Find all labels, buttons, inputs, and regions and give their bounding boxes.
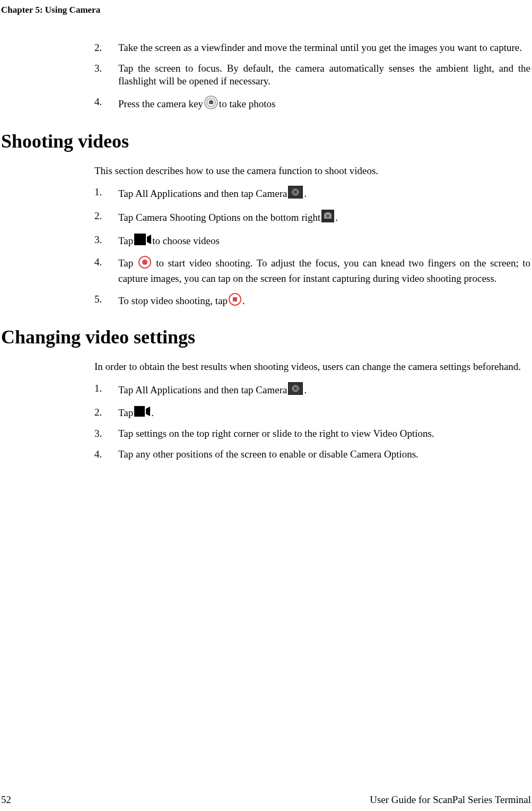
footer-guide-title: User Guide for ScanPal Series Terminal — [370, 793, 531, 807]
text-pre: Tap All Applications and then tap Camera — [118, 187, 287, 201]
item-text: Press the camera key to take photos — [118, 96, 530, 113]
item-number: 2. — [94, 41, 118, 55]
text-post: . — [335, 211, 338, 225]
list-item: 4. Tap to start video shooting. To adjus… — [94, 256, 530, 285]
item-text: Tap . — [118, 406, 530, 420]
item-number: 2. — [94, 210, 118, 226]
text-post: to take photos — [219, 98, 276, 111]
svg-rect-20 — [134, 406, 145, 417]
camera-shutter-icon — [204, 96, 218, 113]
item-number: 2. — [94, 406, 118, 420]
item-text: Tap settings on the top right corner or … — [118, 427, 530, 441]
list-item: 2. Take the screen as a viewfinder and m… — [94, 41, 530, 55]
text-pre: Tap — [118, 257, 137, 269]
item-number: 5. — [94, 293, 118, 309]
camera-app-icon — [288, 186, 303, 202]
section-heading: Changing video settings — [1, 325, 530, 350]
svg-marker-21 — [146, 407, 150, 416]
list-item: 4. Tap any other positions of the screen… — [94, 448, 530, 461]
item-text: Take the screen as a viewfinder and move… — [118, 41, 530, 55]
page-number: 52 — [1, 793, 11, 807]
svg-marker-12 — [147, 235, 151, 244]
svg-rect-11 — [134, 234, 146, 245]
text-post: . — [151, 407, 154, 420]
section-intro: This section describes how to use the ca… — [94, 165, 530, 178]
svg-point-14 — [142, 260, 147, 265]
page-footer: 52 User Guide for ScanPal Series Termina… — [0, 793, 532, 807]
item-text: Tap to choose videos — [118, 234, 530, 249]
svg-rect-3 — [210, 100, 212, 101]
list-item: 2. Tap Camera Shooting Options on the bo… — [94, 210, 530, 226]
camera-app-icon — [288, 382, 303, 399]
text-pre: Tap Camera Shooting Options on the botto… — [118, 211, 320, 225]
section-intro: In order to obtain the best results when… — [94, 360, 530, 374]
svg-rect-16 — [233, 297, 237, 301]
video-mode-icon — [134, 406, 150, 420]
item-number: 4. — [94, 448, 118, 461]
list-item: 5. To stop video shooting, tap . — [94, 293, 530, 309]
list-item: 3. Tap to choose videos — [94, 234, 530, 249]
item-number: 3. — [94, 427, 118, 441]
text-mid: to start video shooting. To adjust the f… — [118, 257, 530, 284]
item-text: Tap All Applications and then tap Camera… — [118, 186, 530, 202]
item-text: Tap Camera Shooting Options on the botto… — [118, 210, 530, 226]
text-pre: To stop video shooting, tap — [118, 295, 228, 308]
item-text: Tap any other positions of the screen to… — [118, 448, 530, 461]
text-pre: Press the camera key — [118, 98, 203, 111]
list-item: 3. Tap the screen to focus. By default, … — [94, 62, 530, 88]
svg-rect-2 — [209, 101, 213, 104]
text-post: . — [242, 295, 245, 308]
item-text: Tap the screen to focus. By default, the… — [118, 62, 530, 88]
text-pre: Tap All Applications and then tap Camera — [118, 384, 287, 397]
svg-point-10 — [326, 214, 329, 218]
record-start-icon — [138, 256, 151, 272]
record-stop-icon — [229, 293, 241, 309]
video-mode-icon — [134, 234, 151, 249]
list-item: 4. Press the camera key to take photos — [94, 96, 530, 113]
item-number: 4. — [94, 256, 118, 285]
text-pre: Tap — [118, 235, 133, 248]
item-text: To stop video shooting, tap . — [118, 293, 530, 309]
list-item: 3. Tap settings on the top right corner … — [94, 427, 530, 441]
item-number: 1. — [94, 382, 118, 399]
item-number: 3. — [94, 62, 118, 88]
section-heading: Shooting videos — [1, 129, 530, 154]
list-item: 1. Tap All Applications and then tap Cam… — [94, 186, 530, 202]
item-number: 4. — [94, 96, 118, 113]
item-number: 1. — [94, 186, 118, 202]
camera-options-icon — [321, 210, 334, 226]
main-content: 2. Take the screen as a viewfinder and m… — [94, 41, 530, 469]
item-text: Tap to start video shooting. To adjust t… — [118, 256, 530, 285]
item-text: Tap All Applications and then tap Camera… — [118, 382, 530, 399]
text-post: . — [304, 187, 307, 201]
svg-point-6 — [294, 191, 297, 194]
item-number: 3. — [94, 234, 118, 249]
text-pre: Tap — [118, 407, 133, 420]
text-post: . — [304, 384, 307, 397]
text-post: to choose videos — [152, 235, 220, 248]
svg-point-19 — [294, 387, 297, 390]
list-item: 1. Tap All Applications and then tap Cam… — [94, 382, 530, 399]
chapter-header: Chapter 5: Using Camera — [1, 4, 100, 16]
list-item: 2. Tap . — [94, 406, 530, 420]
svg-rect-9 — [326, 212, 330, 214]
